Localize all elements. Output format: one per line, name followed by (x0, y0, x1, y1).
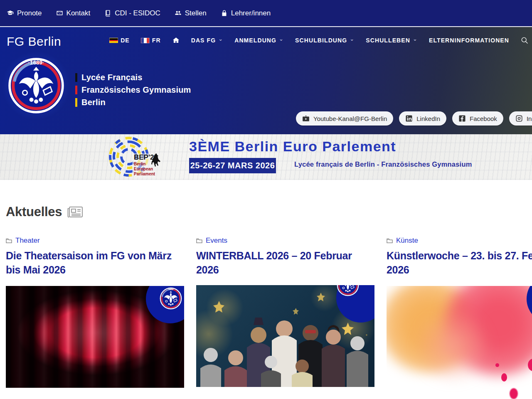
envelope-icon (56, 10, 63, 17)
logo-line1: Lycée Français (81, 73, 143, 82)
category-label: Künste (396, 236, 418, 245)
page: ·1689· Pronote (0, 0, 532, 399)
category-label: Theater (15, 236, 40, 245)
nav-label: ANMELDUNG (234, 37, 276, 44)
nav-anmeldung[interactable]: ANMELDUNG (234, 37, 284, 44)
topbar-link-label: Pronote (17, 9, 42, 17)
folder-icon (6, 238, 12, 244)
folder-icon (196, 238, 202, 244)
nav-home[interactable] (172, 37, 180, 44)
nav-label: ELTERNINFORMATIONEN (429, 37, 509, 44)
red-bar-icon (75, 86, 77, 94)
topbar-link-kontakt[interactable]: Kontakt (56, 9, 91, 17)
paint-drop (495, 363, 499, 367)
book-icon (104, 10, 111, 17)
lang-fr[interactable]: FR (141, 37, 161, 44)
banner-date-box: 25-26-27 MARS 2026 (189, 158, 276, 173)
article-card-kuenstlerwoche: Künste Künstlerwoche – 23. bis 27. Febru… (387, 236, 532, 399)
article-image-winterball-collage[interactable] (196, 285, 374, 387)
article-image-watercolor[interactable] (387, 286, 532, 399)
users-icon (175, 10, 182, 17)
lang-label: DE (121, 37, 130, 44)
nav-label: DAS FG (191, 37, 216, 44)
topbar: Pronote Kontakt CDI - ESIDOC Stellen Leh… (0, 0, 532, 27)
nav-schulleben[interactable]: SCHULLEBEN (366, 37, 418, 44)
article-title[interactable]: Die Theatersaison im FG von März bis Mai… (6, 249, 184, 277)
instagram-icon (515, 115, 523, 122)
social-links: Youtube-Kanal@FG-Berlin LinkedIn Faceboo… (296, 111, 532, 126)
banner-subtitle: Lycée français de Berlin - Französisches… (294, 160, 472, 168)
facebook-button[interactable]: Facebook (452, 111, 503, 126)
logo-line: Berlin (75, 96, 191, 108)
site-header: FG Berlin DE FR DAS FG ANMELDUNG SCHULBI… (0, 27, 532, 134)
graduation-cap-icon (7, 10, 14, 17)
linkedin-button[interactable]: LinkedIn (399, 111, 446, 126)
youtube-icon (302, 115, 310, 122)
social-label: Youtube-Kanal@FG-Berlin (313, 115, 387, 122)
category-link[interactable]: Theater (6, 236, 184, 245)
svg-text:Parliament: Parliament (134, 172, 155, 176)
nav-label: SCHULLEBEN (366, 37, 410, 44)
article-card-theater: Theater Die Theatersaison im FG von März… (6, 236, 184, 388)
paint-drop (501, 373, 507, 382)
nav-das-fg[interactable]: DAS FG (191, 37, 224, 44)
nav-elterninformationen[interactable]: ELTERNINFORMATIONEN (429, 37, 509, 44)
article-title[interactable]: Künstlerwoche – 23. bis 27. Februar 2026 (387, 249, 532, 277)
section-header: Aktuelles (6, 204, 84, 219)
category-label: Events (206, 236, 227, 245)
social-label: LinkedIn (416, 115, 440, 122)
article-image-theater-curtain[interactable] (6, 286, 184, 388)
school-logo-mini-icon (336, 285, 360, 297)
site-title[interactable]: FG Berlin (7, 34, 61, 49)
french-flag-icon (141, 38, 150, 43)
main-navigation: DE FR DAS FG ANMELDUNG SCHULBILDUNG SCHU… (109, 36, 529, 44)
logo-line: Lycée Français (75, 71, 191, 84)
banner-title: 3ÈME Berlin Euro Parlement (189, 138, 463, 155)
facebook-icon (458, 115, 466, 122)
topbar-link-lehrer[interactable]: Lehrer/innen (221, 9, 271, 17)
banner-date: 25-26-27 MARS 2026 (190, 161, 275, 170)
search-icon (520, 36, 529, 44)
category-link[interactable]: Events (196, 236, 374, 245)
topbar-link-pronote[interactable]: Pronote (7, 9, 42, 17)
watercolor-blob (411, 311, 495, 382)
topbar-link-label: CDI - ESIDOC (115, 9, 160, 17)
svg-text:European: European (134, 167, 153, 171)
logo-line3: Berlin (81, 98, 106, 107)
paint-drop (510, 388, 518, 399)
category-link[interactable]: Künste (387, 236, 532, 245)
article-title[interactable]: WINTERBALL 2026 – 20 Februar 2026 (196, 249, 374, 277)
lang-de[interactable]: DE (109, 37, 130, 44)
logo-text: Lycée Français Französisches Gymnasium B… (75, 71, 191, 108)
event-banner[interactable]: BEP'26 Berlin European Parliament 3ÈME B… (0, 134, 532, 180)
topbar-link-label: Lehrer/innen (231, 9, 271, 17)
nav-schulbildung[interactable]: SCHULBILDUNG (295, 37, 355, 44)
gold-bar-icon (75, 98, 77, 107)
topbar-link-stellen[interactable]: Stellen (175, 9, 207, 17)
youtube-button[interactable]: Youtube-Kanal@FG-Berlin (296, 111, 393, 126)
folder-icon (387, 238, 393, 244)
logo-line: Französisches Gymnasium (75, 84, 191, 96)
instagram-button[interactable]: Instagram (509, 111, 532, 126)
german-flag-icon (109, 38, 118, 43)
linkedin-icon (405, 115, 413, 122)
school-logo-mini-icon (159, 287, 182, 310)
nav-search[interactable] (520, 36, 529, 44)
topbar-link-label: Kontakt (66, 9, 91, 17)
article-card-winterball: Events WINTERBALL 2026 – 20 Februar 2026 (196, 236, 374, 399)
newspaper-icon (67, 206, 84, 218)
home-icon (172, 37, 180, 44)
black-bar-icon (75, 73, 77, 82)
lang-label: FR (152, 37, 161, 44)
topbar-link-cdi-esidoc[interactable]: CDI - ESIDOC (104, 9, 160, 17)
school-logo-emblem[interactable] (7, 56, 66, 115)
topbar-link-label: Stellen (185, 9, 207, 17)
school-badge (146, 286, 184, 323)
lock-icon (221, 10, 228, 17)
social-label: Facebook (470, 115, 497, 122)
bep26-logo: BEP'26 Berlin European Parliament (92, 137, 163, 178)
section-title: Aktuelles (6, 204, 62, 219)
logo-line2: Französisches Gymnasium (81, 85, 191, 95)
nav-label: SCHULBILDUNG (295, 37, 347, 44)
social-label: Instagram (527, 115, 532, 122)
